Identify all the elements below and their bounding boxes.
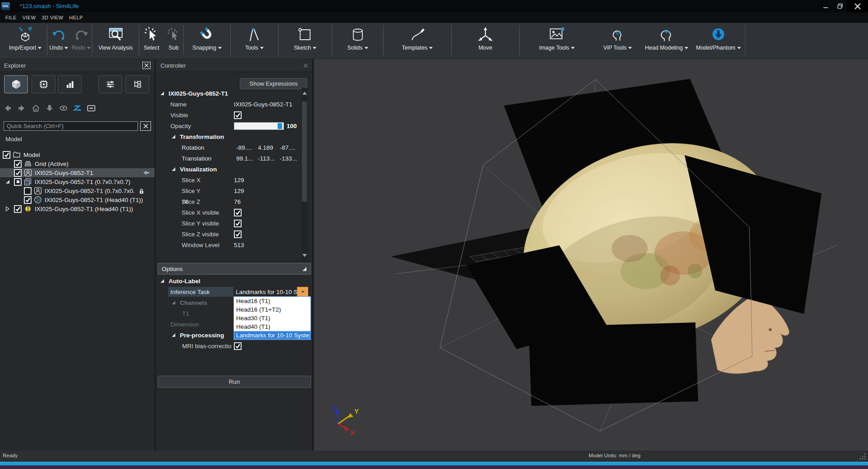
scrollbar-thumb[interactable] (302, 101, 307, 202)
redo-button[interactable]: Redo (70, 23, 92, 59)
goto-button[interactable] (45, 103, 55, 113)
head-modeling-button[interactable]: Head Modeling (641, 23, 692, 59)
chevron-down-icon[interactable] (429, 47, 433, 51)
undo-button[interactable]: Undo (47, 23, 70, 59)
tools-button[interactable]: Tools (231, 23, 278, 59)
solids-button[interactable]: Solids (332, 23, 383, 59)
section-visualization[interactable]: Visualization (156, 164, 302, 175)
prop-slice-z-visible[interactable]: Slice Z visible (156, 229, 302, 239)
checkbox-checked[interactable] (234, 220, 242, 227)
select-button[interactable]: Select (139, 23, 164, 59)
sketch-button[interactable]: Sketch (279, 23, 332, 59)
expander-closed-icon[interactable] (5, 206, 11, 212)
close-button[interactable] (847, 0, 868, 12)
tab-hierarchy[interactable] (125, 75, 149, 93)
back-button[interactable] (3, 103, 13, 113)
jump-to-icon[interactable] (142, 170, 150, 176)
prop-value[interactable]: 129 (234, 188, 244, 194)
checkbox-checked[interactable] (24, 196, 32, 204)
chevron-down-icon[interactable] (365, 47, 368, 51)
prop-value[interactable]: 76 (234, 198, 241, 205)
zoom-to-button[interactable] (73, 103, 82, 113)
inference-dropdown-button[interactable] (297, 287, 308, 297)
checkbox-unchecked[interactable] (24, 187, 32, 195)
rotation-z[interactable]: -87.... (280, 144, 299, 151)
run-button[interactable]: Run (158, 376, 311, 388)
vip-tools-button[interactable]: ViP Tools (594, 23, 641, 59)
menu-3d-view[interactable]: 3D VIEW (42, 15, 64, 20)
rotation-y[interactable]: 4.189 (258, 144, 277, 151)
tab-model[interactable] (4, 75, 28, 93)
scroll-down-icon[interactable] (302, 254, 307, 259)
property-scrollbar[interactable] (302, 88, 307, 261)
chevron-down-icon[interactable] (571, 47, 575, 51)
model-phantom-button[interactable]: Model/Phantom (692, 23, 745, 59)
chevron-down-icon[interactable] (218, 47, 222, 51)
inference-task-value[interactable]: Landmarks for 10-10 Sy (233, 289, 297, 295)
checkbox-checked[interactable] (14, 160, 22, 168)
options-header[interactable]: Options (158, 263, 311, 275)
viewport-3d[interactable]: Z Y X (314, 59, 868, 451)
expander-open-icon[interactable] (5, 179, 11, 184)
prop-visible[interactable]: Visible (156, 110, 302, 120)
prop-translation[interactable]: Translation 99.1... -113... -133... (156, 153, 302, 164)
slice-plane-front-bottom[interactable] (529, 322, 698, 406)
prop-mri-bias[interactable]: MRI bias-correctio (156, 340, 313, 351)
tab-analysis[interactable] (58, 75, 82, 93)
visibility-button[interactable] (59, 103, 69, 113)
home-button[interactable] (31, 103, 41, 113)
chevron-down-icon[interactable] (685, 47, 688, 51)
checkbox-checked[interactable] (14, 169, 22, 177)
dropdown-item-selected[interactable]: Landmarks for 10-10 Syste (234, 331, 311, 340)
scroll-up-icon[interactable] (302, 89, 307, 95)
prop-rotation[interactable]: Rotation -89.... 4.189 -87.... (156, 142, 302, 153)
chevron-down-icon[interactable] (38, 47, 41, 51)
tree-row-resampled[interactable]: IXI025-Guys-0852-T1 (0.7x0.7x0.7) (0, 177, 155, 186)
minimize-button[interactable] (818, 0, 833, 12)
inference-task-row[interactable]: Inference Task Landmarks for 10-10 Sy (156, 286, 313, 297)
dropdown-item[interactable]: Head16 (T1+T2) (234, 305, 311, 314)
imp-export-button[interactable]: Imp/Export (4, 23, 47, 59)
move-button[interactable]: Move (452, 23, 519, 59)
checkbox-checked[interactable] (3, 151, 10, 159)
prop-slice-z[interactable]: 76 76 Slice Z (156, 196, 302, 207)
templates-button[interactable]: Templates (384, 23, 451, 59)
checkbox-checked[interactable] (14, 205, 22, 213)
translation-x[interactable]: 99.1... (236, 155, 256, 162)
dropdown-item[interactable]: Head30 (T1) (234, 314, 311, 322)
section-auto-label[interactable]: Auto-Label (156, 276, 313, 286)
tree-row-head40-field[interactable]: IXI025-Guys-0852-T1 (Head40 (T1)) (0, 195, 155, 204)
chevron-down-icon[interactable] (737, 47, 741, 51)
restore-button[interactable] (833, 0, 847, 12)
tree-row-grid[interactable]: Grid (Active) (0, 159, 155, 168)
prop-slice-y-visible[interactable]: Slice Y visible (156, 218, 302, 229)
prop-window-level[interactable]: Window Level 513 (156, 239, 302, 250)
view-analysis-button[interactable]: View Analysis (92, 23, 139, 59)
controller-close-button[interactable] (303, 63, 308, 68)
3d-scene[interactable]: Z Y X (314, 59, 868, 451)
prop-opacity[interactable]: Opacity 100 (156, 120, 302, 131)
section-transformation[interactable]: Transformation (156, 131, 302, 142)
image-tools-button[interactable]: Image Tools (520, 23, 594, 59)
chevron-down-icon[interactable] (313, 47, 316, 51)
menu-file[interactable]: FILE (5, 15, 17, 20)
collapse-all-button[interactable] (87, 103, 96, 113)
translation-y[interactable]: -113... (258, 155, 277, 162)
section-image[interactable]: IXI025-Guys-0852-T1 (156, 88, 302, 99)
tab-properties[interactable] (98, 75, 122, 93)
checkbox-checked[interactable] (234, 209, 242, 216)
prop-value[interactable]: IXI025-Guys-0852-T1 (234, 101, 292, 108)
tree-row-image-selected[interactable]: IXI025-Guys-0852-T1 (0, 168, 155, 177)
search-clear-button[interactable] (140, 121, 151, 131)
tree-row-model[interactable]: Model (0, 150, 155, 159)
tree-row-locked[interactable]: IXI025-Guys-0852-T1 (0.7x0.7x0. (0, 186, 155, 195)
tree-row-head40-group[interactable]: IXI025-Guys-0852-T1 (Head40 (T1)) (0, 204, 155, 213)
explorer-close-button[interactable] (142, 62, 151, 69)
forward-button[interactable] (17, 103, 27, 113)
prop-slice-y[interactable]: Slice Y 129 (156, 185, 302, 196)
sub-select-button[interactable]: Sub (164, 23, 183, 59)
tab-simulation[interactable] (32, 75, 55, 93)
checkbox-checked[interactable] (234, 111, 242, 119)
chevron-down-icon[interactable] (87, 47, 91, 51)
chevron-down-icon[interactable] (260, 47, 264, 51)
